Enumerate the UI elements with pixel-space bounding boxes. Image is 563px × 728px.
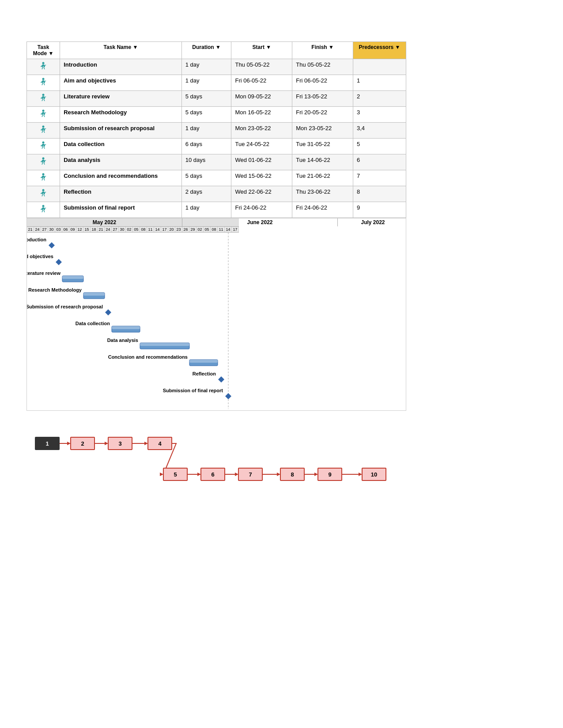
gantt-task-label: Aim and objectives [26,254,53,259]
finish-cell: Thu 23-06-22 [292,186,353,202]
gantt-day-label: 05 [133,227,140,232]
network-box: 8 [280,468,304,480]
svg-point-0 [42,62,45,64]
network-box-label: 4 [158,440,162,447]
duration-cell: 2 days [181,186,231,202]
gantt-day-label: 26 [182,227,189,232]
network-arrowhead [144,442,148,445]
gantt-milestone [218,376,224,383]
task-icon [38,125,48,135]
gantt-day-label: 06 [62,227,69,232]
gantt-task-label: Submission of final report [163,388,223,393]
gantt-milestone [56,259,62,265]
gantt-day-label: 23 [175,227,182,232]
network-box-label: 1 [45,440,49,447]
gantt-day-label: 15 [83,227,91,232]
sort-icon-name: ▼ [132,44,138,50]
col-finish[interactable]: Finish ▼ [292,42,353,59]
predecessors-cell: 2 [353,91,406,107]
gantt-task-label: Conclusion and recommendations [108,354,188,360]
table-row: Submission of research proposal 1 day Mo… [27,123,406,139]
finish-cell: Fri 06-05-22 [292,75,353,91]
gantt-day-label: 02 [126,227,133,232]
start-cell: Mon 16-05-22 [231,107,292,123]
gantt-day-label: 05 [204,227,211,232]
svg-point-5 [42,142,45,144]
task-icon [38,188,48,198]
task-mode-cell [27,91,60,107]
task-name-cell: Data collection [60,139,182,154]
task-name-cell: Research Methodology [60,107,182,123]
task-mode-cell [27,202,60,218]
gantt-day-label: 17 [161,227,168,232]
gantt-chart-wrapper: May 2022June 2022July 2022 2124273003060… [26,218,406,411]
network-box: 9 [318,468,342,480]
gantt-milestone [105,309,111,315]
finish-cell: Tue 21-06-22 [292,170,353,186]
gantt-task-label: Submission of research proposal [26,304,103,309]
table-row: Research Methodology 5 days Mon 16-05-22… [27,107,406,123]
finish-cell: Tue 14-06-22 [292,154,353,170]
gantt-day-label: 20 [168,227,175,232]
network-box: 3 [108,437,132,450]
task-icon [38,141,48,150]
table-row: Reflection 2 days Wed 22-06-22 Thu 23-06… [27,186,406,202]
gantt-day-label: 24 [105,227,112,232]
col-task-mode[interactable]: Task Mode ▼ [27,42,60,59]
gantt-day-label: 30 [119,227,126,232]
gantt-task-label: Introduction [26,237,46,242]
duration-cell: 5 days [181,170,231,186]
sort-icon-duration: ▼ [215,44,221,50]
gantt-day-label: 11 [218,227,225,232]
gantt-day-label: 14 [154,227,161,232]
svg-point-8 [42,189,45,191]
gantt-day-label: 12 [76,227,83,232]
task-table: Task Mode ▼ Task Name ▼ Duration ▼ Start… [26,41,406,218]
gantt-task-label: Data collection [76,321,110,326]
duration-cell: 1 day [181,123,231,139]
network-box-label: 5 [174,471,177,478]
gantt-day-label: 08 [140,227,147,232]
col-predecessors[interactable]: Predecessors ▼ [353,42,406,59]
svg-rect-11 [62,276,83,279]
svg-point-2 [42,94,45,96]
gantt-day-label: 27 [41,227,48,232]
sort-icon-pred: ▼ [395,44,401,50]
gantt-day-label: 11 [147,227,154,232]
gantt-month-label: June 2022 [182,218,338,226]
gantt-day-label: 03 [55,227,62,232]
gantt-task-label: Reflection [193,371,216,376]
task-name-cell: Literature review [60,91,182,107]
svg-point-4 [42,126,45,128]
predecessors-cell: 8 [353,186,406,202]
table-row: Data collection 6 days Tue 24-05-22 Tue … [27,139,406,154]
task-mode-cell [27,139,60,154]
duration-cell: 1 day [181,59,231,75]
sort-icon-finish: ▼ [329,44,334,50]
task-mode-cell [27,186,60,202]
svg-point-1 [42,78,45,80]
start-cell: Wed 01-06-22 [231,154,292,170]
network-box-label: 2 [81,440,84,447]
col-duration[interactable]: Duration ▼ [181,42,231,59]
task-icon [38,77,48,87]
finish-cell: Thu 05-05-22 [292,59,353,75]
finish-cell: Fri 13-05-22 [292,91,353,107]
network-box-label: 6 [211,471,214,478]
task-icon [38,93,48,103]
start-cell: Wed 15-06-22 [231,170,292,186]
gantt-day-label: 21 [27,227,34,232]
duration-cell: 1 day [181,202,231,218]
network-box: 7 [238,468,262,480]
task-mode-cell [27,123,60,139]
svg-point-6 [42,158,45,160]
task-name-cell: Aim and objectives [60,75,182,91]
start-cell: Mon 23-05-22 [231,123,292,139]
start-cell: Tue 24-05-22 [231,139,292,154]
task-icon [38,61,48,71]
col-start[interactable]: Start ▼ [231,42,292,59]
col-task-name[interactable]: Task Name ▼ [60,42,182,59]
task-icon [38,173,48,182]
network-arrowhead [277,473,280,476]
svg-point-3 [42,110,45,112]
